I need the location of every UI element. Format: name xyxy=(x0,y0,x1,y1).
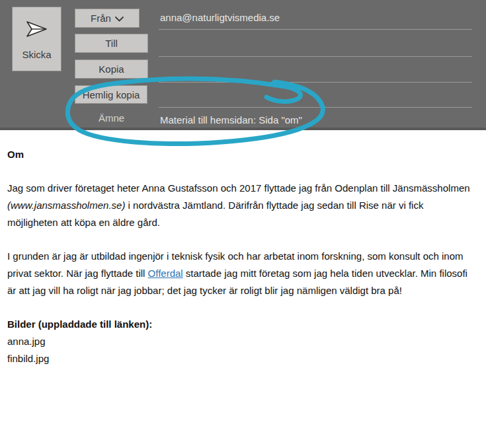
to-button-label: Till xyxy=(105,38,118,49)
bcc-button-label: Hemlig kopia xyxy=(83,89,140,100)
from-button-label: Från xyxy=(91,13,111,24)
cc-input[interactable] xyxy=(159,59,472,79)
bcc-button[interactable]: Hemlig kopia xyxy=(75,85,147,104)
field-separator xyxy=(159,82,472,83)
body-heading: Om xyxy=(7,146,478,163)
field-separator xyxy=(159,107,472,108)
message-body[interactable]: Om Jag som driver företaget heter Anna G… xyxy=(7,130,478,367)
to-button[interactable]: Till xyxy=(75,34,148,53)
chevron-down-icon xyxy=(115,13,124,24)
compose-header: Skicka Från anna@naturligtvismedia.se Ti… xyxy=(0,0,486,130)
to-input[interactable] xyxy=(159,34,472,54)
attachments-heading: Bilder (uppladdade till länken): xyxy=(7,316,478,333)
send-button[interactable]: Skicka xyxy=(12,7,61,71)
send-button-label: Skicka xyxy=(22,49,51,60)
subject-input[interactable] xyxy=(159,110,472,130)
paragraph1-italic-url: (www.jansmassholmen.se) xyxy=(7,200,125,211)
paragraph1-text: Jag som driver företaget heter Anna Gust… xyxy=(7,182,470,194)
from-address: anna@naturligtvismedia.se xyxy=(160,12,280,23)
offerdal-link[interactable]: Offerdal xyxy=(148,268,183,279)
field-separator xyxy=(159,56,472,57)
body-paragraph-2: I grunden är jag är utbildad ingenjör i … xyxy=(7,248,472,299)
subject-label: Ämne xyxy=(75,112,148,124)
attachment-filename: finbild.jpg xyxy=(7,350,478,367)
cc-button[interactable]: Kopia xyxy=(75,59,148,79)
paper-plane-icon xyxy=(26,20,48,40)
body-paragraph-1: Jag som driver företaget heter Anna Gust… xyxy=(7,180,472,231)
attachment-filename: anna.jpg xyxy=(7,333,478,350)
from-button[interactable]: Från xyxy=(75,9,140,28)
email-compose-window: Skicka Från anna@naturligtvismedia.se Ti… xyxy=(0,0,486,448)
field-separator xyxy=(159,29,472,30)
cc-button-label: Kopia xyxy=(99,63,124,75)
bcc-input[interactable] xyxy=(159,85,472,104)
